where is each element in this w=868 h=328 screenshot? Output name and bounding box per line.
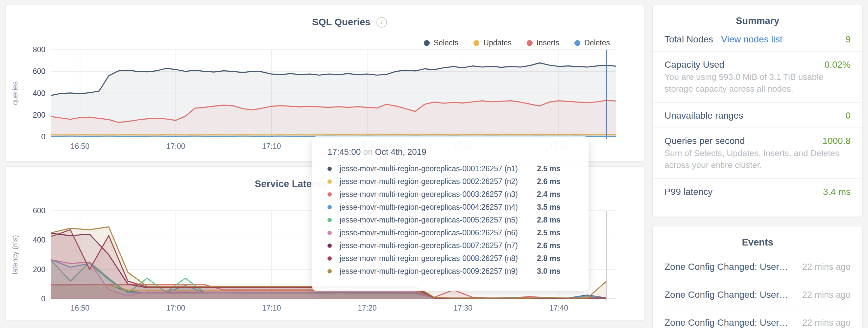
node-latency-value: 2.5 ms bbox=[537, 228, 561, 237]
event-row[interactable]: Zone Config Changed: User…22 mins ago bbox=[664, 281, 850, 309]
tooltip-node-row: jesse-movr-multi-region-georeplicas-0003… bbox=[328, 188, 576, 201]
qps-value: 1000.8 bbox=[822, 136, 850, 146]
node-name: jesse-movr-multi-region-georeplicas-0007… bbox=[340, 241, 537, 250]
node-latency-value: 2.6 ms bbox=[537, 177, 561, 186]
qps-label: Queries per second bbox=[664, 136, 745, 146]
svg-text:queries: queries bbox=[11, 81, 19, 105]
svg-text:17:00: 17:00 bbox=[166, 142, 185, 151]
p99-latency-value: 3.4 ms bbox=[823, 187, 850, 197]
tooltip-node-row: jesse-movr-multi-region-georeplicas-0004… bbox=[328, 201, 576, 214]
svg-text:200: 200 bbox=[33, 111, 45, 119]
node-name: jesse-movr-multi-region-georeplicas-0005… bbox=[340, 216, 537, 225]
capacity-value: 0.02% bbox=[825, 60, 850, 70]
svg-text:17:00: 17:00 bbox=[166, 304, 185, 312]
node-latency-value: 3.0 ms bbox=[537, 267, 561, 276]
event-time: 22 mins ago bbox=[802, 290, 850, 300]
event-time: 22 mins ago bbox=[802, 262, 850, 272]
summary-title: Summary bbox=[653, 5, 862, 26]
node-name: jesse-movr-multi-region-georeplicas-0003… bbox=[340, 190, 537, 199]
node-latency-value: 2.5 ms bbox=[537, 164, 561, 173]
node-name: jesse-movr-multi-region-georeplicas-0006… bbox=[340, 228, 537, 237]
node-color-dot bbox=[328, 205, 332, 209]
svg-text:16:50: 16:50 bbox=[71, 142, 90, 151]
svg-text:400: 400 bbox=[33, 89, 45, 98]
svg-text:17:40: 17:40 bbox=[549, 304, 568, 312]
event-text: Zone Config Changed: User… bbox=[664, 318, 788, 328]
capacity-label: Capacity Used bbox=[664, 60, 724, 70]
tooltip-on: on bbox=[363, 147, 373, 157]
tooltip-date: Oct 4th, 2019 bbox=[375, 147, 427, 157]
node-latency-value: 3.5 ms bbox=[537, 203, 561, 212]
event-row[interactable]: Zone Config Changed: User…22 mins ago bbox=[664, 309, 850, 328]
node-color-dot bbox=[328, 218, 332, 222]
node-name: jesse-movr-multi-region-georeplicas-0002… bbox=[340, 177, 537, 186]
qps-description: Sum of Selects, Updates, Inserts, and De… bbox=[653, 147, 862, 178]
svg-text:200: 200 bbox=[33, 265, 45, 274]
events-panel: Events Zone Config Changed: User…22 mins… bbox=[652, 226, 863, 328]
svg-text:800: 800 bbox=[33, 45, 45, 54]
svg-text:17:10: 17:10 bbox=[262, 142, 281, 151]
node-name: jesse-movr-multi-region-georeplicas-0009… bbox=[340, 267, 537, 276]
summary-row-total-nodes: Total Nodes View nodes list 9 bbox=[653, 26, 862, 51]
node-latency-value: 2.8 ms bbox=[537, 216, 561, 225]
view-nodes-list-link[interactable]: View nodes list bbox=[721, 34, 782, 44]
tooltip-node-row: jesse-movr-multi-region-georeplicas-0007… bbox=[328, 239, 576, 252]
events-list: Zone Config Changed: User…22 mins agoZon… bbox=[653, 253, 862, 328]
event-row[interactable]: Zone Config Changed: User…22 mins ago bbox=[664, 253, 850, 281]
node-color-dot bbox=[328, 167, 332, 171]
node-latency-value: 2.8 ms bbox=[537, 254, 561, 263]
tooltip-node-row: jesse-movr-multi-region-georeplicas-0001… bbox=[328, 162, 576, 175]
svg-text:0: 0 bbox=[41, 294, 45, 303]
summary-panel: Summary Total Nodes View nodes list 9 Ca… bbox=[652, 5, 863, 217]
tooltip-node-row: jesse-movr-multi-region-georeplicas-0002… bbox=[328, 175, 576, 188]
svg-text:0: 0 bbox=[41, 132, 45, 141]
tooltip-rows: jesse-movr-multi-region-georeplicas-0001… bbox=[328, 162, 576, 278]
node-color-dot bbox=[328, 192, 332, 197]
tooltip-node-row: jesse-movr-multi-region-georeplicas-0008… bbox=[328, 252, 576, 265]
events-title: Events bbox=[653, 226, 862, 248]
node-color-dot bbox=[328, 269, 332, 273]
svg-text:17:30: 17:30 bbox=[454, 304, 472, 312]
tooltip-node-row: jesse-movr-multi-region-georeplicas-0005… bbox=[328, 214, 576, 226]
total-nodes-label: Total Nodes bbox=[664, 34, 713, 44]
capacity-description: You are using 593.0 MiB of 3.1 TiB usabl… bbox=[653, 71, 862, 102]
svg-text:17:10: 17:10 bbox=[262, 304, 281, 312]
svg-text:latency (ms): latency (ms) bbox=[11, 235, 19, 274]
node-color-dot bbox=[328, 256, 332, 261]
event-time: 22 mins ago bbox=[802, 318, 850, 328]
svg-text:600: 600 bbox=[33, 206, 45, 215]
node-name: jesse-movr-multi-region-georeplicas-0008… bbox=[340, 254, 537, 263]
svg-text:16:50: 16:50 bbox=[71, 304, 90, 312]
tooltip-timestamp: 17:45:00 on Oct 4th, 2019 bbox=[328, 147, 576, 157]
node-name: jesse-movr-multi-region-georeplicas-0001… bbox=[340, 164, 537, 173]
unavailable-ranges-value: 0 bbox=[845, 110, 850, 121]
tooltip-time: 17:45:00 bbox=[328, 147, 361, 157]
tooltip-node-row: jesse-movr-multi-region-georeplicas-0009… bbox=[328, 265, 576, 278]
svg-text:600: 600 bbox=[33, 67, 45, 75]
node-latency-value: 2.4 ms bbox=[537, 190, 561, 199]
event-text: Zone Config Changed: User… bbox=[664, 262, 788, 272]
event-text: Zone Config Changed: User… bbox=[664, 290, 788, 300]
node-color-dot bbox=[328, 179, 332, 184]
node-color-dot bbox=[328, 231, 332, 235]
node-name: jesse-movr-multi-region-georeplicas-0004… bbox=[340, 203, 537, 212]
p99-latency-label: P99 latency bbox=[664, 187, 712, 197]
total-nodes-value: 9 bbox=[845, 34, 850, 45]
unavailable-ranges-label: Unavailable ranges bbox=[664, 110, 743, 121]
svg-text:17:20: 17:20 bbox=[358, 304, 377, 312]
svg-text:400: 400 bbox=[33, 236, 45, 244]
summary-row-unavailable: Unavailable ranges 0 bbox=[653, 102, 862, 128]
chart-tooltip: 17:45:00 on Oct 4th, 2019 jesse-movr-mul… bbox=[312, 136, 589, 291]
node-latency-value: 2.6 ms bbox=[537, 241, 561, 250]
tooltip-node-row: jesse-movr-multi-region-georeplicas-0006… bbox=[328, 226, 576, 239]
summary-row-p99: P99 latency 3.4 ms bbox=[653, 178, 862, 204]
node-color-dot bbox=[328, 243, 332, 248]
